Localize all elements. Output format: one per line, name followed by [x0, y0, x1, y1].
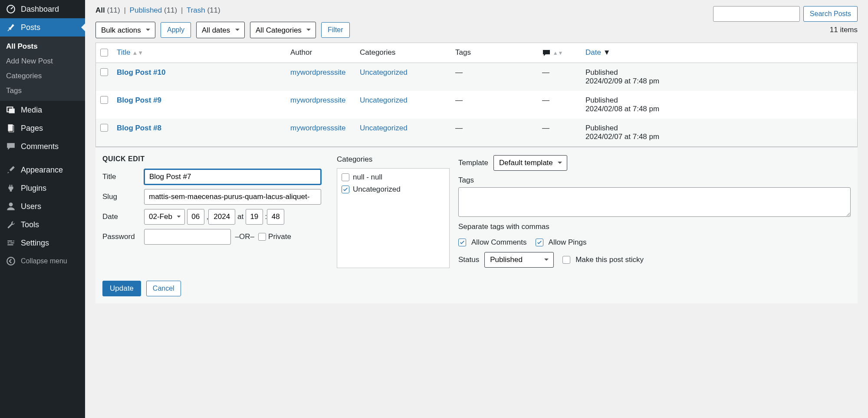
- password-label: Password: [102, 232, 144, 241]
- menu-pages[interactable]: Pages: [0, 119, 85, 137]
- category-link[interactable]: Uncategorized: [360, 68, 408, 76]
- hour-input[interactable]: [246, 209, 263, 225]
- items-count: 11 items: [830, 26, 858, 34]
- menu-appearance[interactable]: Appearance: [0, 161, 85, 179]
- filter-published[interactable]: Published: [130, 6, 162, 14]
- category-link[interactable]: Uncategorized: [360, 96, 408, 104]
- menu-tools[interactable]: Tools: [0, 216, 85, 234]
- col-categories: Categories: [355, 43, 451, 63]
- menu-posts[interactable]: Posts: [0, 18, 85, 36]
- slug-label: Slug: [102, 192, 144, 201]
- quick-edit-heading: QUICK EDIT: [102, 155, 328, 163]
- private-checkbox[interactable]: [258, 233, 266, 241]
- allow-pings-label: Allow Pings: [549, 238, 587, 247]
- collapse-icon: [6, 256, 16, 266]
- filter-trash[interactable]: Trash: [187, 6, 205, 14]
- pin-icon: [6, 23, 16, 32]
- status-select[interactable]: Published: [484, 252, 554, 268]
- at-label: at: [237, 212, 243, 221]
- apply-button[interactable]: Apply: [161, 22, 191, 38]
- allow-comments-label: Allow Comments: [471, 238, 527, 247]
- menu-settings[interactable]: Settings: [0, 234, 85, 252]
- categories-filter-select[interactable]: All Categories: [250, 22, 316, 38]
- author-link[interactable]: mywordpresssite: [290, 68, 346, 76]
- menu-comments[interactable]: Comments: [0, 137, 85, 156]
- plug-icon: [6, 183, 16, 193]
- post-title-link[interactable]: Blog Post #10: [117, 68, 165, 76]
- cat-uncat-checkbox[interactable]: [342, 186, 349, 193]
- tags-textarea[interactable]: [458, 187, 851, 217]
- col-comments[interactable]: ▲▼: [538, 43, 581, 63]
- private-label: Private: [268, 232, 291, 241]
- menu-plugins-label: Plugins: [21, 184, 46, 193]
- row-checkbox[interactable]: [100, 96, 108, 104]
- password-input[interactable]: [144, 229, 231, 245]
- menu-collapse-label: Collapse menu: [21, 257, 67, 265]
- menu-plugins[interactable]: Plugins: [0, 179, 85, 197]
- submenu-all-posts[interactable]: All Posts: [0, 39, 85, 54]
- cat-null-label: null - null: [353, 173, 382, 182]
- title-input[interactable]: [144, 169, 321, 185]
- author-link[interactable]: mywordpresssite: [290, 96, 346, 104]
- select-all-checkbox[interactable]: [100, 49, 108, 56]
- menu-media[interactable]: Media: [0, 101, 85, 119]
- author-link[interactable]: mywordpresssite: [290, 124, 346, 132]
- dates-filter-select[interactable]: All dates: [196, 22, 245, 38]
- sliders-icon: [6, 238, 16, 248]
- menu-users-label: Users: [21, 202, 41, 211]
- media-icon: [6, 105, 16, 115]
- template-select[interactable]: Default template: [493, 155, 567, 171]
- menu-dashboard-label: Dashboard: [21, 5, 59, 14]
- comment-bubble-icon: [542, 49, 551, 57]
- wrench-icon: [6, 220, 16, 229]
- posts-submenu: All Posts Add New Post Categories Tags: [0, 36, 85, 101]
- cat-null-checkbox[interactable]: [342, 173, 349, 181]
- tags-cell: —: [451, 119, 538, 147]
- menu-dashboard[interactable]: Dashboard: [0, 0, 85, 18]
- col-tags: Tags: [451, 43, 538, 63]
- submenu-add-new[interactable]: Add New Post: [0, 54, 85, 69]
- col-title[interactable]: Title▲▼: [112, 43, 286, 63]
- filter-all[interactable]: All: [95, 6, 105, 14]
- filter-button[interactable]: Filter: [321, 22, 350, 38]
- slug-input[interactable]: [144, 189, 321, 205]
- minute-input[interactable]: [267, 209, 284, 225]
- update-button[interactable]: Update: [102, 281, 141, 296]
- comments-cell: —: [538, 119, 581, 147]
- menu-users[interactable]: Users: [0, 197, 85, 216]
- search-button[interactable]: Search Posts: [803, 6, 858, 22]
- allow-comments-checkbox[interactable]: [458, 239, 466, 246]
- quick-edit-panel: QUICK EDIT Title Slug Date 02-Feb , at :…: [95, 147, 858, 281]
- day-input[interactable]: [187, 209, 204, 225]
- brush-icon: [6, 165, 16, 175]
- bulk-actions-select[interactable]: Bulk actions: [95, 22, 155, 38]
- menu-collapse[interactable]: Collapse menu: [0, 252, 85, 270]
- menu-pages-label: Pages: [21, 124, 43, 133]
- submenu-tags[interactable]: Tags: [0, 83, 85, 98]
- post-title-link[interactable]: Blog Post #9: [117, 96, 161, 104]
- categories-box: null - null Uncategorized: [337, 168, 450, 268]
- pages-icon: [6, 123, 16, 133]
- cancel-button[interactable]: Cancel: [146, 281, 181, 296]
- allow-pings-checkbox[interactable]: [536, 239, 543, 246]
- post-title-link[interactable]: Blog Post #8: [117, 124, 161, 132]
- sort-icon: ▲▼: [132, 50, 144, 56]
- submenu-categories[interactable]: Categories: [0, 69, 85, 83]
- content-area: All (11) | Published (11) | Trash (11) S…: [85, 0, 868, 418]
- status-label: Status: [458, 255, 479, 264]
- row-checkbox[interactable]: [100, 68, 108, 76]
- search-input[interactable]: [713, 6, 800, 22]
- table-row: Blog Post #9mywordpresssiteUncategorized…: [96, 91, 858, 119]
- col-date[interactable]: Date ▼: [581, 43, 858, 63]
- categories-heading: Categories: [337, 155, 450, 164]
- row-checkbox[interactable]: [100, 124, 108, 132]
- tags-hint: Separate tags with commas: [458, 222, 851, 231]
- table-row: Blog Post #8mywordpresssiteUncategorized…: [96, 119, 858, 147]
- date-cell: Published2024/02/08 at 7:48 pm: [581, 91, 858, 119]
- sticky-checkbox[interactable]: [562, 256, 570, 264]
- month-select[interactable]: 02-Feb: [144, 209, 185, 225]
- tags-cell: —: [451, 63, 538, 91]
- category-link[interactable]: Uncategorized: [360, 124, 408, 132]
- user-icon: [6, 202, 16, 211]
- year-input[interactable]: [208, 209, 235, 225]
